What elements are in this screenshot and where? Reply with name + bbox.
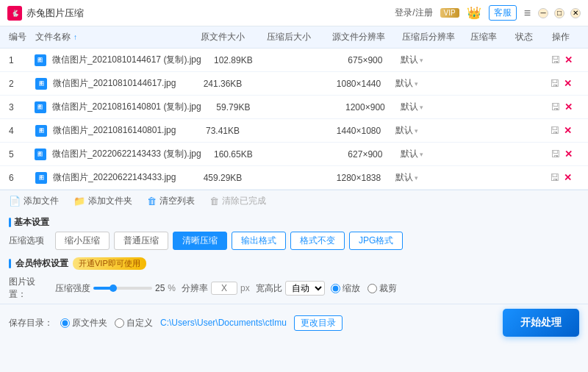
- row-orig-size: 102.89KB: [201, 55, 265, 65]
- scale-radio[interactable]: 缩放: [331, 282, 360, 295]
- compress-label: 压缩选项: [9, 235, 49, 247]
- save-file-icon[interactable]: 🖫: [550, 172, 559, 183]
- row-no: 2: [9, 79, 35, 89]
- basic-settings-title: 基本设置: [9, 212, 579, 232]
- dst-res-dropdown[interactable]: 默认 ▾: [395, 77, 462, 90]
- col-header-dst-res: 压缩后分辨率: [395, 31, 462, 43]
- save-file-icon[interactable]: 🖫: [551, 149, 560, 160]
- quality-slider[interactable]: [93, 287, 152, 290]
- dst-res-dropdown[interactable]: 默认 ▾: [395, 124, 462, 137]
- res-x-input[interactable]: [211, 282, 237, 295]
- file-name: 微信图片_20210816140801 (复制).jpg: [52, 101, 201, 113]
- row-action: 🖫 ✕: [542, 78, 579, 89]
- quality-unit: %: [168, 283, 176, 293]
- maximize-button[interactable]: □: [554, 8, 564, 18]
- dst-res-dropdown[interactable]: 默认 ▾: [395, 171, 462, 184]
- row-name: 图 微信图片_20220622143433.jpg: [35, 171, 190, 184]
- add-folder-icon: 📁: [74, 196, 85, 207]
- aspect-select[interactable]: 自动 固定: [285, 281, 325, 296]
- sort-icon[interactable]: ↑: [74, 33, 77, 41]
- customer-service-button[interactable]: 客服: [489, 5, 517, 21]
- table-body: 1 图 微信图片_20210810144617 (复制).jpg 102.89K…: [0, 49, 588, 190]
- file-icon: 图: [35, 101, 46, 113]
- change-dir-button[interactable]: 更改目录: [294, 315, 343, 331]
- clear-list-button[interactable]: 🗑 清空列表: [147, 195, 195, 207]
- vip-tag[interactable]: 开通VIP即可使用: [73, 257, 146, 270]
- clear-list-icon: 🗑: [147, 196, 157, 207]
- compress-option-button[interactable]: 普通压缩: [114, 232, 168, 250]
- file-name: 微信图片_20210816140801.jpg: [53, 124, 190, 137]
- res-label: 分辨率: [182, 282, 208, 295]
- app-logo: 🐇: [7, 6, 22, 21]
- table-area: 编号 文件名称 ↑ 原文件大小 压缩后大小 源文件分辨率 压缩后分辨率 压缩率 …: [0, 26, 588, 190]
- row-name: 图 微信图片_20210816140801 (复制).jpg: [35, 101, 201, 113]
- delete-file-icon[interactable]: ✕: [564, 125, 572, 136]
- file-icon: 图: [35, 78, 47, 90]
- aspect-group: 宽高比 自动 固定: [256, 281, 325, 296]
- col-header-name: 文件名称 ↑: [35, 31, 190, 43]
- slider-thumb: [110, 285, 117, 292]
- row-src-res: 1280×1838: [322, 173, 395, 183]
- add-file-button[interactable]: 📄 添加文件: [9, 195, 59, 207]
- compress-option-button[interactable]: JPG格式: [349, 232, 403, 250]
- save-file-icon[interactable]: 🖫: [551, 101, 560, 112]
- col-header-orig: 原文件大小: [190, 31, 256, 43]
- aspect-label: 宽高比: [256, 282, 282, 295]
- row-src-res: 1200×900: [329, 102, 401, 112]
- delete-file-icon[interactable]: ✕: [564, 78, 572, 89]
- menu-icon[interactable]: ≡: [524, 7, 531, 20]
- compress-option-button[interactable]: 输出格式: [232, 232, 286, 250]
- row-name: 图 微信图片_20210816140801.jpg: [35, 124, 190, 137]
- compress-option-button[interactable]: 格式不变: [290, 232, 345, 250]
- save-file-icon[interactable]: 🖫: [550, 78, 559, 89]
- compress-option-button[interactable]: 缩小压缩: [55, 232, 110, 250]
- dropdown-arrow-icon: ▾: [415, 127, 418, 135]
- clear-done-button[interactable]: 🗑 清除已完成: [209, 195, 266, 207]
- start-process-button[interactable]: 开始处理: [503, 309, 579, 337]
- row-action: 🖫 ✕: [543, 149, 579, 160]
- save-path: C:\Users\User\Documents\ctImu: [160, 318, 287, 328]
- save-area: 保存目录： 原文件夹 自定义 C:\Users\User\Documents\c…: [0, 304, 588, 341]
- row-orig-size: 59.79KB: [201, 102, 265, 112]
- row-no: 5: [9, 149, 35, 160]
- row-orig-size: 73.41KB: [190, 126, 256, 136]
- delete-file-icon[interactable]: ✕: [564, 101, 573, 112]
- row-dst-res: 默认 ▾: [395, 171, 462, 184]
- file-icon: 图: [35, 54, 46, 66]
- quality-group: 压缩强度 25 %: [55, 282, 176, 295]
- dst-res-dropdown[interactable]: 默认 ▾: [401, 148, 465, 160]
- compress-option-button[interactable]: 清晰压缩: [173, 232, 227, 250]
- basic-settings-area: 基本设置 压缩选项 缩小压缩普通压缩清晰压缩输出格式格式不变JPG格式: [0, 212, 588, 254]
- dst-res-dropdown[interactable]: 默认 ▾: [401, 54, 465, 66]
- vip-section-bar: [9, 259, 11, 268]
- save-file-icon[interactable]: 🖫: [550, 125, 559, 136]
- file-name: 微信图片_20210810144617 (复制).jpg: [52, 54, 201, 66]
- delete-file-icon[interactable]: ✕: [564, 54, 573, 65]
- row-name: 图 微信图片_20210810144617.jpg: [35, 77, 190, 90]
- table-row: 2 图 微信图片_20210810144617.jpg 241.36KB 108…: [0, 72, 588, 96]
- vip-badge[interactable]: VIP: [440, 8, 459, 18]
- row-no: 1: [9, 55, 35, 65]
- add-folder-button[interactable]: 📁 添加文件夹: [74, 195, 132, 207]
- delete-file-icon[interactable]: ✕: [564, 172, 572, 183]
- save-label: 保存目录：: [9, 317, 53, 329]
- minimize-button[interactable]: ─: [538, 8, 548, 18]
- dst-res-dropdown[interactable]: 默认 ▾: [401, 101, 465, 113]
- row-action: 🖫 ✕: [543, 54, 579, 65]
- close-button[interactable]: ✕: [570, 8, 581, 18]
- row-action: 🖫 ✕: [542, 172, 579, 183]
- login-button[interactable]: 登录/注册: [395, 7, 432, 19]
- delete-file-icon[interactable]: ✕: [564, 149, 573, 160]
- compress-buttons: 缩小压缩普通压缩清晰压缩输出格式格式不变JPG格式: [55, 232, 403, 250]
- crop-radio[interactable]: 裁剪: [368, 282, 397, 295]
- row-action: 🖫 ✕: [542, 125, 579, 136]
- action-icons: 🖫 ✕: [542, 125, 579, 136]
- section-bar: [9, 218, 11, 227]
- action-icons: 🖫 ✕: [543, 149, 579, 160]
- orig-folder-radio[interactable]: 原文件夹: [60, 317, 107, 329]
- row-no: 4: [9, 126, 35, 136]
- custom-folder-radio[interactable]: 自定义: [115, 317, 153, 329]
- row-no: 6: [9, 173, 35, 183]
- save-file-icon[interactable]: 🖫: [551, 54, 560, 65]
- col-header-ratio: 压缩率: [462, 31, 506, 43]
